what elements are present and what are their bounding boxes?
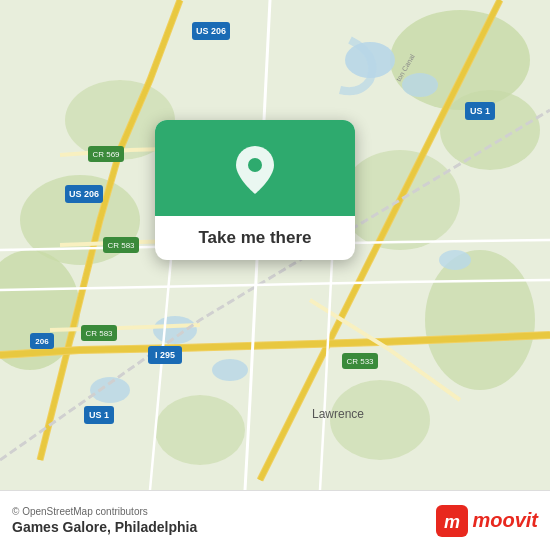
svg-text:CR 533: CR 533 — [346, 357, 374, 366]
map-container: ton Canal US 206 — [0, 0, 550, 490]
svg-point-11 — [402, 73, 438, 97]
svg-text:US 206: US 206 — [196, 26, 226, 36]
svg-text:US 1: US 1 — [89, 410, 109, 420]
moovit-logo: m moovit — [436, 505, 538, 537]
moovit-wordmark: moovit — [472, 509, 538, 532]
map-attribution: © OpenStreetMap contributors — [12, 506, 197, 517]
svg-text:CR 583: CR 583 — [85, 329, 113, 338]
svg-point-9 — [155, 395, 245, 465]
take-me-there-button[interactable]: Take me there — [155, 216, 355, 260]
svg-point-13 — [153, 316, 197, 344]
footer-left: © OpenStreetMap contributors Games Galor… — [12, 506, 197, 535]
destination-label: Games Galore, Philadelphia — [12, 519, 197, 535]
svg-point-16 — [439, 250, 471, 270]
svg-text:I 295: I 295 — [155, 350, 175, 360]
svg-text:CR 569: CR 569 — [92, 150, 120, 159]
svg-text:m: m — [444, 512, 460, 532]
popup-header — [155, 120, 355, 216]
svg-text:Lawrence: Lawrence — [312, 407, 364, 421]
svg-text:CR 583: CR 583 — [107, 241, 135, 250]
svg-text:US 206: US 206 — [69, 189, 99, 199]
svg-text:206: 206 — [35, 337, 49, 346]
svg-point-7 — [425, 250, 535, 390]
svg-point-15 — [90, 377, 130, 403]
popup-card: Take me there — [155, 120, 355, 260]
svg-text:US 1: US 1 — [470, 106, 490, 116]
svg-point-38 — [248, 158, 262, 172]
svg-point-14 — [212, 359, 248, 381]
location-pin-icon — [233, 144, 277, 196]
moovit-logo-icon: m — [436, 505, 468, 537]
footer: © OpenStreetMap contributors Games Galor… — [0, 490, 550, 550]
